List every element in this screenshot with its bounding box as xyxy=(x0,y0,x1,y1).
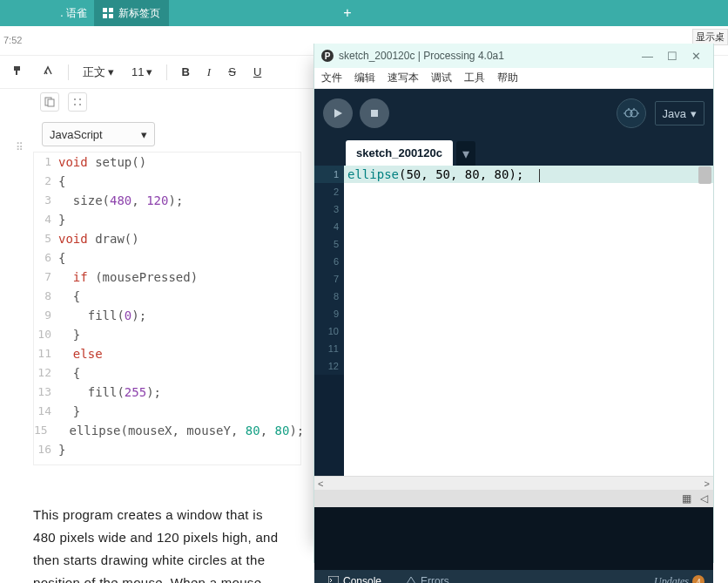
code-content: } xyxy=(58,402,80,421)
gutter-line: 6 xyxy=(314,253,344,270)
code-content: { xyxy=(58,363,80,383)
menu-item[interactable]: 调试 xyxy=(431,71,452,85)
gutter-line: 10 xyxy=(314,322,344,340)
svg-rect-3 xyxy=(109,14,113,18)
grid-button[interactable] xyxy=(68,92,87,112)
menu-item[interactable]: 编辑 xyxy=(354,71,375,85)
gutter-line: 3 xyxy=(314,200,344,218)
gutter-line: 4 xyxy=(314,218,344,235)
code-content: if (mousePressed) xyxy=(58,268,198,287)
gutter-line: 5 xyxy=(314,235,344,253)
strike-button[interactable]: S xyxy=(225,64,239,80)
italic-button[interactable]: I xyxy=(204,64,214,81)
code-line: 11 else xyxy=(34,344,300,363)
menu-item[interactable]: 速写本 xyxy=(388,71,419,85)
code-token-args: (50, 50, 80, 80); xyxy=(399,167,523,181)
clear-format-icon[interactable] xyxy=(38,63,57,81)
window-title: sketch_200120c | Processing 4.0a1 xyxy=(339,50,504,62)
line-number: 10 xyxy=(34,325,58,344)
new-tab-button[interactable]: + xyxy=(334,5,361,21)
updates-indicator[interactable]: Updates 4 xyxy=(654,575,704,584)
updates-count-badge: 4 xyxy=(692,575,704,583)
menu-item[interactable]: 工具 xyxy=(464,71,485,85)
text-cursor xyxy=(539,169,540,182)
code-content: void draw() xyxy=(58,229,139,248)
run-button[interactable] xyxy=(323,98,353,128)
code-line: 1void setup() xyxy=(34,153,300,172)
font-size-select[interactable]: 11▾ xyxy=(128,64,156,80)
code-content: fill(255); xyxy=(58,383,161,402)
block-toolbar xyxy=(0,89,313,115)
sketch-tab[interactable]: sketch_200120c xyxy=(346,140,453,166)
line-number: 5 xyxy=(34,229,58,248)
scroll-left-button[interactable]: < xyxy=(318,478,323,489)
browser-tab-active[interactable]: . 语雀 xyxy=(0,0,94,26)
editor-toolbar: 正文▾ 11▾ B I S U xyxy=(0,56,313,89)
svg-rect-0 xyxy=(103,8,107,12)
chevron-down-icon: ▾ xyxy=(691,107,697,120)
code-token-fn: ellipse xyxy=(347,167,399,181)
mode-value: Java xyxy=(663,107,686,120)
collapse-icon[interactable]: ◁ xyxy=(700,492,708,505)
style-label: 正文 xyxy=(83,64,105,80)
tab-dropdown-button[interactable]: ▾ xyxy=(456,141,475,166)
drag-handle-icon[interactable]: ⠿ xyxy=(16,141,21,153)
browser-tab-new[interactable]: 新标签页 xyxy=(94,0,169,26)
format-paint-icon[interactable] xyxy=(9,63,28,81)
line-number: 14 xyxy=(34,402,58,421)
code-content: fill(0); xyxy=(58,306,146,325)
menu-item[interactable]: 文件 xyxy=(321,71,342,85)
vertical-scrollbar[interactable] xyxy=(698,166,711,475)
mode-select[interactable]: Java▾ xyxy=(655,101,704,125)
code-line: 4} xyxy=(34,210,300,229)
menu-item[interactable]: 帮助 xyxy=(497,71,518,85)
line-number: 16 xyxy=(34,440,58,459)
code-block[interactable]: 1void setup()2{3 size(480, 120);4}5void … xyxy=(33,152,301,465)
line-number: 8 xyxy=(34,287,58,306)
horizontal-scrollbar[interactable]: < > xyxy=(314,476,713,490)
chevron-down-icon: ▾ xyxy=(141,128,147,141)
gutter-line: 2 xyxy=(314,183,344,200)
console-tab[interactable]: Console xyxy=(323,575,387,583)
console-icon xyxy=(328,575,339,583)
svg-point-8 xyxy=(74,104,76,105)
terminal-icon[interactable]: ▦ xyxy=(682,492,691,505)
processing-logo-icon: P xyxy=(321,50,334,62)
maximize-button[interactable]: ☐ xyxy=(667,50,677,63)
gutter-line: 8 xyxy=(314,288,344,305)
code-line: 16} xyxy=(34,440,300,459)
errors-tab[interactable]: Errors xyxy=(401,575,455,583)
gutter-line: 1 xyxy=(314,166,344,183)
line-number: 6 xyxy=(34,248,58,268)
debug-button[interactable] xyxy=(617,98,646,128)
copy-button[interactable] xyxy=(40,92,59,112)
bold-button[interactable]: B xyxy=(178,64,192,80)
console-label: Console xyxy=(343,575,381,583)
code-line: 2{ xyxy=(34,172,300,191)
processing-editor[interactable]: 123456789101112 ellipse(50, 50, 80, 80); xyxy=(314,166,713,476)
code-line: 9 fill(0); xyxy=(34,306,300,325)
stop-button[interactable] xyxy=(360,98,389,128)
line-number: 1 xyxy=(34,153,58,172)
scroll-right-button[interactable]: > xyxy=(704,478,710,489)
sketch-tabs: sketch_200120c ▾ xyxy=(314,138,713,166)
processing-title-bar[interactable]: P sketch_200120c | Processing 4.0a1 — ☐ … xyxy=(314,44,713,68)
code-line: 14 } xyxy=(34,402,300,421)
line-number: 3 xyxy=(34,191,58,210)
grid-icon xyxy=(103,8,113,18)
editor-status-icons: ▦ ◁ xyxy=(314,490,713,507)
paragraph-style-select[interactable]: 正文▾ xyxy=(79,63,118,82)
underline-button[interactable]: U xyxy=(250,64,265,80)
code-line: 13 fill(255); xyxy=(34,383,300,402)
gutter-line: 7 xyxy=(314,270,344,288)
minimize-button[interactable]: — xyxy=(642,50,653,63)
code-content: else xyxy=(58,344,103,363)
code-area[interactable]: ellipse(50, 50, 80, 80); xyxy=(344,166,713,476)
updates-label: Updates xyxy=(654,575,689,584)
close-button[interactable]: ✕ xyxy=(691,50,701,63)
svg-rect-10 xyxy=(371,110,378,117)
chevron-down-icon: ▾ xyxy=(146,65,152,78)
language-select[interactable]: JavaScript ▾ xyxy=(42,122,155,146)
font-size-value: 11 xyxy=(131,65,144,78)
console-area[interactable] xyxy=(314,507,713,570)
